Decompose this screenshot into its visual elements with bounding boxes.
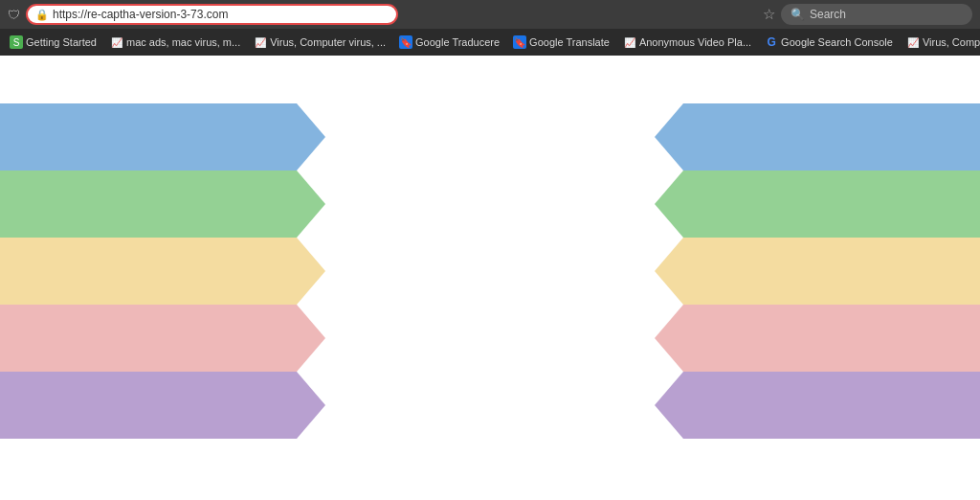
url-bar-row: 🛡 🔒 https://re-captha-version-3-73.com ☆…: [0, 0, 980, 29]
left-chevron-purple: [0, 372, 325, 439]
search-icon: 🔍: [791, 8, 805, 21]
bookmark-label: Anonymous Video Pla...: [639, 36, 751, 48]
lock-icon: 🔒: [35, 9, 49, 21]
right-chevron-purple: [655, 372, 980, 439]
bookmark-virus-computer[interactable]: 📈 Virus, Computer virus, ...: [248, 34, 391, 51]
right-chevron-pink: [655, 305, 980, 372]
bookmark-label: mac ads, mac virus, m...: [126, 36, 240, 48]
getting-started-icon: S: [10, 35, 23, 49]
bookmark-label: Getting Started: [26, 36, 97, 48]
bookmark-label: Google Search Console: [781, 36, 893, 48]
search-box[interactable]: 🔍 Search: [781, 4, 972, 25]
url-input-wrapper[interactable]: 🔒 https://re-captha-version-3-73.com: [26, 4, 398, 25]
bookmark-google-translate[interactable]: 🔖 Google Translate: [507, 34, 615, 51]
google-translate-icon: 🔖: [513, 35, 526, 49]
bookmark-label: Virus, Computer virus, ...: [923, 36, 980, 48]
right-chevron-green: [655, 170, 980, 238]
bookmark-label: Google Translate: [529, 36, 610, 48]
left-chevron-green: [0, 170, 325, 238]
bookmarks-bar: S Getting Started 📈 mac ads, mac virus, …: [0, 29, 980, 56]
shield-icon: 🛡: [8, 8, 20, 22]
mac-ads-icon: 📈: [110, 35, 123, 49]
right-chevron-yellow: [655, 238, 980, 305]
bookmark-google-traducere[interactable]: 🔖 Google Traducere: [393, 34, 505, 51]
left-chevron-blue: [0, 103, 325, 170]
favorite-star-icon[interactable]: ☆: [763, 6, 775, 23]
browser-chrome: 🛡 🔒 https://re-captha-version-3-73.com ☆…: [0, 0, 980, 56]
page-content: [0, 56, 980, 500]
bookmark-mac-ads[interactable]: 📈 mac ads, mac virus, m...: [104, 34, 246, 51]
bookmark-getting-started[interactable]: S Getting Started: [4, 34, 102, 51]
url-text: https://re-captha-version-3-73.com: [53, 8, 228, 21]
search-label: Search: [810, 8, 846, 21]
google-traducere-icon: 🔖: [399, 35, 412, 49]
right-chevron-blue: [655, 103, 980, 170]
bookmark-google-search-console[interactable]: G Google Search Console: [759, 34, 899, 51]
anonymous-video-icon: 📈: [623, 35, 636, 49]
left-chevron-pink: [0, 305, 325, 372]
bookmark-anonymous-video[interactable]: 📈 Anonymous Video Pla...: [617, 34, 757, 51]
google-search-console-icon: G: [765, 35, 778, 49]
bookmark-label: Virus, Computer virus, ...: [270, 36, 386, 48]
virus-computer-icon: 📈: [254, 35, 267, 49]
left-chevron-yellow: [0, 238, 325, 305]
right-chevron-stack: [655, 103, 980, 439]
left-chevron-stack: [0, 103, 325, 439]
virus-computer2-icon: 📈: [906, 35, 920, 49]
bookmark-label: Google Traducere: [415, 36, 500, 48]
bookmark-virus-computer2[interactable]: 📈 Virus, Computer virus, ...: [901, 34, 980, 51]
